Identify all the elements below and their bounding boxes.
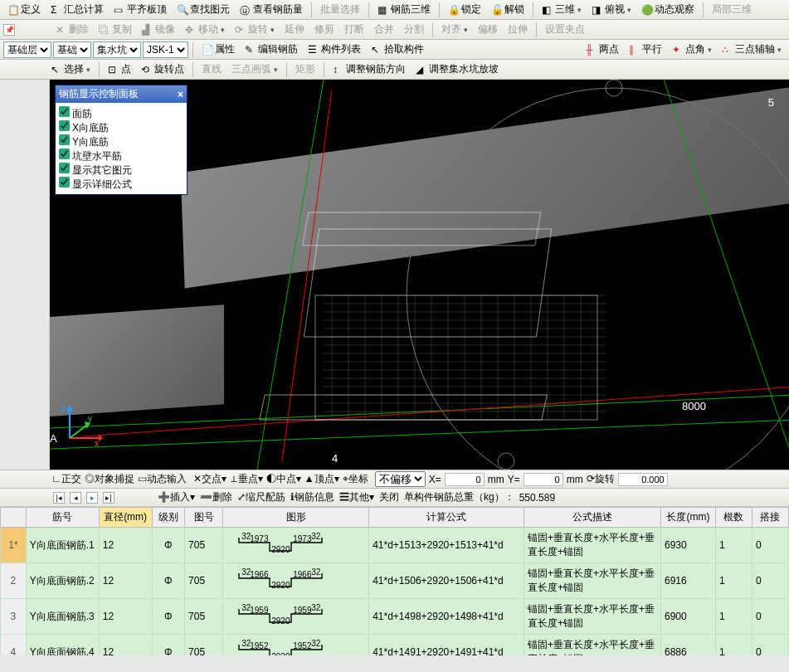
viewport-3d[interactable]: 钢筋显示控制面板 × 面筋X向底筋Y向底筋坑壁水平筋显示其它图元显示详细公式 [50,80,789,470]
input-x[interactable] [445,473,485,486]
btn-pickelem[interactable]: ↖拾取构件 [367,40,428,59]
btn-extend[interactable]: 延伸 [280,20,309,39]
cell-lap[interactable]: 0 [752,635,788,656]
nav-next[interactable]: ▸ [86,492,98,504]
cell-fig[interactable]: 705 [185,599,223,635]
panel-check-item[interactable]: 面筋 [59,106,183,120]
cell-dia[interactable]: 12 [99,599,152,635]
btn-rebar3d[interactable]: ▦钢筋三维 [373,0,435,19]
btn-trim[interactable]: 修剪 [310,20,338,39]
btn-lock[interactable]: 🔒锁定 [444,0,485,19]
btn-elemlist[interactable]: ☰构件列表 [304,40,365,59]
btn-point[interactable]: ⊡点 [104,60,135,79]
btn-ptangle[interactable]: ✦点角▾ [668,40,716,59]
th-grade[interactable]: 级别 [152,508,185,528]
th-lap[interactable]: 搭接 [752,508,788,528]
btn-topview[interactable]: ◨俯视▾ [587,0,636,19]
select-layer[interactable]: 基础层 [3,41,51,58]
table-row[interactable]: 1*Y向底面钢筋.112Φ705321973292019733241*d+151… [1,528,789,563]
cell-desc[interactable]: 锚固+垂直长度+水平长度+垂直长度+锚固 [524,528,661,563]
btn-split[interactable]: 分割 [400,20,428,39]
checkbox[interactable] [59,120,70,131]
btn-other[interactable]: ☰其他▾ [339,490,374,504]
cell-qty[interactable]: 1 [715,528,752,563]
th-qty[interactable]: 根数 [715,508,752,528]
checkbox[interactable] [59,149,70,159]
checkbox[interactable] [59,163,70,173]
select-instance[interactable]: JSK-1 [143,41,188,58]
cell-shape[interactable]: 3219592920195932 [223,599,369,635]
th-len[interactable]: 长度(mm) [661,508,716,528]
btn-break[interactable]: 打断 [340,20,368,39]
cell-lap[interactable]: 0 [752,599,788,635]
btn-merge[interactable]: 合并 [370,20,398,39]
cell-formula[interactable]: 41*d+1491+2920+1491+41*d [369,635,524,656]
cell-len[interactable]: 6930 [661,528,716,563]
btn-close[interactable]: 关闭 [379,490,399,504]
cell-shape[interactable]: 3219732920197332 [223,528,369,563]
btn-setgrip[interactable]: 设置夹点 [541,20,589,39]
btn-mid[interactable]: ◐中点▾ [266,472,301,486]
cell-qty[interactable]: 1 [715,635,752,656]
btn-adjrebar[interactable]: ↕调整钢筋方向 [329,60,410,79]
nav-first[interactable]: |◂ [53,492,65,504]
nav-last[interactable]: ▸| [103,492,114,504]
btn-viewrebar[interactable]: ⓤ查看钢筋量 [236,0,307,19]
panel-check-item[interactable]: X向底筋 [59,120,183,134]
btn-findelem[interactable]: 🔍查找图元 [173,0,234,19]
row-index[interactable]: 4 [1,635,27,656]
input-y[interactable] [524,473,563,486]
cell-lap[interactable]: 0 [752,563,788,599]
th-desc[interactable]: 公式描述 [524,508,661,528]
panel-title-bar[interactable]: 钢筋显示控制面板 × [56,85,187,103]
cell-name[interactable]: Y向底面钢筋.4 [26,635,99,656]
row-index[interactable]: 3 [1,599,27,635]
cell-desc[interactable]: 锚固+垂直长度+水平长度+垂直长度+锚固 [524,563,661,599]
th-blank[interactable] [1,508,27,528]
panel-check-item[interactable]: Y向底筋 [59,134,183,149]
cell-name[interactable]: Y向底面钢筋.1 [26,528,99,563]
btn-editrebar[interactable]: ✎编辑钢筋 [241,40,302,59]
btn-select[interactable]: ↖选择▾ [46,60,95,79]
cell-grade[interactable]: Φ [152,599,185,635]
cell-grade[interactable]: Φ [152,563,185,599]
cell-grade[interactable]: Φ [152,635,185,656]
cell-formula[interactable]: 41*d+1506+2920+1506+41*d [369,563,524,599]
btn-mirror[interactable]: ▟镜像 [138,20,179,39]
cell-name[interactable]: Y向底面钢筋.3 [26,599,99,635]
btn-line[interactable]: 直线 [197,60,226,79]
btn-ortho[interactable]: ∟正交 [51,472,81,486]
btn-apex[interactable]: ▲顶点▾ [304,472,339,486]
table-row[interactable]: 2Y向底面钢筋.212Φ705321966292019663241*d+1506… [1,563,789,599]
btn-rect[interactable]: 矩形 [291,60,319,79]
cell-dia[interactable]: 12 [99,563,152,599]
btn-stretch[interactable]: 拉伸 [504,20,532,39]
btn-adjslope[interactable]: ◢调整集水坑放坡 [412,60,503,79]
btn-perp[interactable]: ⊥垂点▾ [230,472,263,486]
select-type[interactable]: 集水坑 [93,41,141,58]
cell-dia[interactable]: 12 [99,528,152,563]
btn-define[interactable]: 📋定义 [3,0,45,19]
btn-flatten[interactable]: ▭平齐板顶 [110,0,171,19]
cell-fig[interactable]: 705 [185,563,223,599]
btn-arc3pt[interactable]: 三点画弧▾ [227,60,282,79]
btn-batchsel[interactable]: 批量选择 [316,0,364,19]
btn-rebarinfo[interactable]: ℹ钢筋信息 [290,490,334,504]
cell-fig[interactable]: 705 [185,635,223,656]
row-index[interactable]: 2 [1,563,27,599]
cell-desc[interactable]: 锚固+垂直长度+水平长度+垂直长度+锚固 [524,635,661,656]
cell-desc[interactable]: 锚固+垂直长度+水平长度+垂直长度+锚固 [524,599,661,635]
cell-len[interactable]: 6886 [661,635,716,656]
btn-coord[interactable]: ⌖坐标 [343,472,368,486]
cell-shape[interactable]: 3219522920195232 [223,635,369,656]
panel-check-item[interactable]: 显示详细公式 [59,177,183,191]
select-offset[interactable]: 不偏移 [375,471,426,487]
panel-check-item[interactable]: 显示其它图元 [59,163,183,177]
btn-parallel[interactable]: ∥平行 [625,40,666,59]
cell-name[interactable]: Y向底面钢筋.2 [26,563,99,599]
btn-xpt[interactable]: ✕交点▾ [193,472,226,486]
cell-shape[interactable]: 3219662920196632 [223,563,369,599]
pin-icon[interactable]: 📌 [3,24,15,36]
cell-formula[interactable]: 41*d+1498+2920+1498+41*d [369,599,524,635]
select-category[interactable]: 基础 [53,41,91,58]
